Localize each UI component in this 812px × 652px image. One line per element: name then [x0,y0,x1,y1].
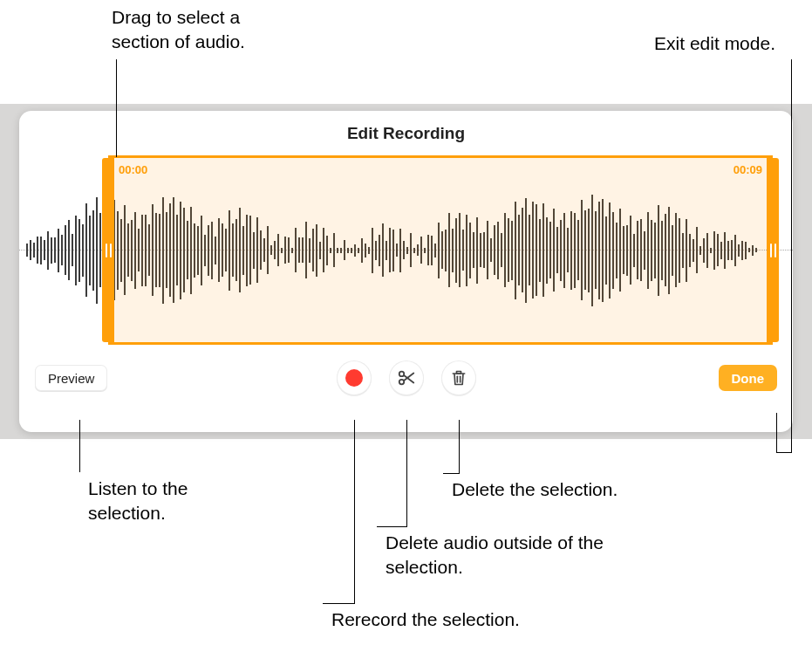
callout-delete-selection: Delete the selection. [452,477,679,502]
selection-end-time: 00:09 [734,163,762,176]
leader-line [791,59,792,453]
waveform-bar [37,237,38,264]
callout-listen-to-selection: Listen to the selection. [88,477,236,526]
done-button[interactable]: Done [719,365,778,391]
waveform-bar [51,237,52,264]
waveform-bar [47,231,49,270]
callout-delete-outside-selection: Delete audio outside of the selection. [386,531,612,580]
waveform-bar [58,229,59,272]
waveform-bar [72,234,73,266]
waveform-bar [92,210,94,291]
toolbar: Preview [19,345,793,399]
leader-line [79,420,80,472]
waveform-bar [82,224,84,277]
waveform-bar [96,197,98,304]
trash-icon [450,368,467,388]
callout-exit-edit-mode: Exit edit mode. [654,31,775,56]
leader-line [354,420,355,603]
leader-line [377,526,407,527]
leader-line [776,452,792,453]
delete-button[interactable] [441,360,476,395]
waveform-bar [78,219,80,282]
waveform-bar [68,220,70,280]
waveform-bar [89,216,91,285]
waveform-panel[interactable]: 00:00 00:09 [19,155,793,345]
waveform-bar [44,240,45,260]
leader-line [459,420,460,473]
waveform-bar [33,243,35,257]
leader-line [443,473,460,474]
waveform-bar [61,235,63,265]
selection-start-time: 00:00 [119,163,147,176]
waveform-bar [40,237,42,264]
leader-line [406,420,407,526]
record-icon [345,369,363,387]
waveform-bar [99,213,101,287]
waveform-bar [30,240,31,260]
selection-handle-left[interactable] [102,158,114,342]
selection-handle-right[interactable] [767,158,779,342]
scissors-icon [397,368,416,388]
waveform-bar [65,225,66,275]
waveform-bar [54,237,56,263]
preview-button[interactable]: Preview [35,365,107,391]
waveform-bar [75,216,77,285]
window-title: Edit Recording [19,111,793,155]
center-button-group [337,360,476,395]
leader-line [776,413,777,453]
waveform-bar [26,244,28,257]
record-button[interactable] [337,360,372,395]
selection-box[interactable]: 00:00 00:09 [108,155,773,345]
callout-drag-to-select: Drag to select a section of audio. [112,5,295,55]
leader-line [116,59,117,157]
waveform-bar [85,203,87,297]
edit-recording-window: Edit Recording 00:00 00:09 Preview [19,111,793,432]
leader-line [323,603,355,604]
callout-rerecord-selection: Rerecord the selection. [331,607,593,632]
trim-button[interactable] [389,360,424,395]
